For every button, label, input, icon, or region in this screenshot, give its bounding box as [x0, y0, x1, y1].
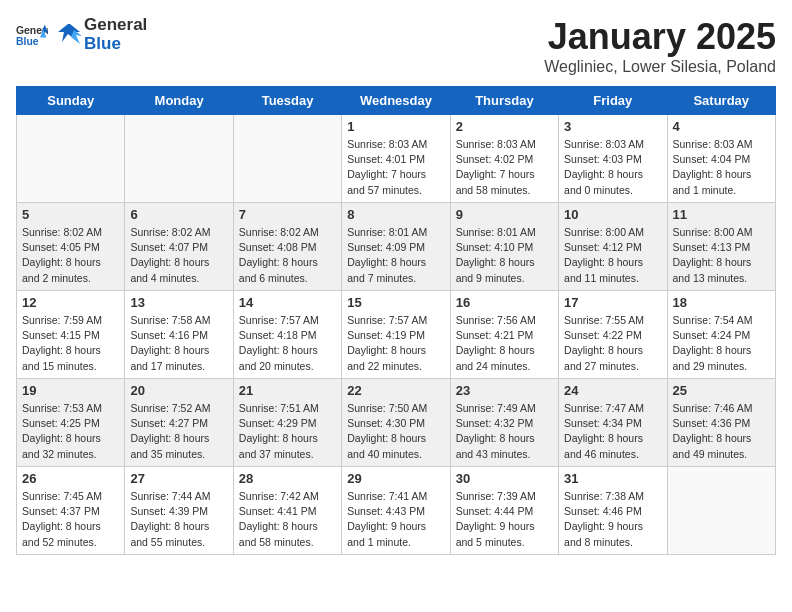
calendar-week-row: 1Sunrise: 8:03 AM Sunset: 4:01 PM Daylig… [17, 115, 776, 203]
calendar-header-row: SundayMondayTuesdayWednesdayThursdayFrid… [17, 87, 776, 115]
day-header-friday: Friday [559, 87, 667, 115]
calendar-week-row: 5Sunrise: 8:02 AM Sunset: 4:05 PM Daylig… [17, 203, 776, 291]
calendar-day-cell: 13Sunrise: 7:58 AM Sunset: 4:16 PM Dayli… [125, 291, 233, 379]
calendar-day-cell: 5Sunrise: 8:02 AM Sunset: 4:05 PM Daylig… [17, 203, 125, 291]
day-number: 27 [130, 471, 227, 486]
day-info: Sunrise: 7:53 AM Sunset: 4:25 PM Dayligh… [22, 401, 119, 462]
day-info: Sunrise: 8:02 AM Sunset: 4:05 PM Dayligh… [22, 225, 119, 286]
day-info: Sunrise: 7:38 AM Sunset: 4:46 PM Dayligh… [564, 489, 661, 550]
day-number: 26 [22, 471, 119, 486]
calendar-day-cell: 1Sunrise: 8:03 AM Sunset: 4:01 PM Daylig… [342, 115, 450, 203]
day-number: 7 [239, 207, 336, 222]
day-info: Sunrise: 7:54 AM Sunset: 4:24 PM Dayligh… [673, 313, 770, 374]
calendar-day-cell: 4Sunrise: 8:03 AM Sunset: 4:04 PM Daylig… [667, 115, 775, 203]
calendar-day-cell: 20Sunrise: 7:52 AM Sunset: 4:27 PM Dayli… [125, 379, 233, 467]
calendar-day-cell: 29Sunrise: 7:41 AM Sunset: 4:43 PM Dayli… [342, 467, 450, 555]
day-number: 17 [564, 295, 661, 310]
calendar-day-cell: 21Sunrise: 7:51 AM Sunset: 4:29 PM Dayli… [233, 379, 341, 467]
calendar-day-cell: 27Sunrise: 7:44 AM Sunset: 4:39 PM Dayli… [125, 467, 233, 555]
day-number: 18 [673, 295, 770, 310]
calendar-day-cell: 22Sunrise: 7:50 AM Sunset: 4:30 PM Dayli… [342, 379, 450, 467]
day-number: 10 [564, 207, 661, 222]
svg-text:Blue: Blue [16, 36, 39, 47]
day-info: Sunrise: 7:42 AM Sunset: 4:41 PM Dayligh… [239, 489, 336, 550]
day-number: 15 [347, 295, 444, 310]
day-info: Sunrise: 7:57 AM Sunset: 4:19 PM Dayligh… [347, 313, 444, 374]
day-header-saturday: Saturday [667, 87, 775, 115]
day-number: 8 [347, 207, 444, 222]
day-info: Sunrise: 8:01 AM Sunset: 4:10 PM Dayligh… [456, 225, 553, 286]
day-number: 2 [456, 119, 553, 134]
logo: General Blue General Blue [16, 16, 147, 53]
page-header: General Blue General Blue January 2025 W… [16, 16, 776, 76]
calendar-day-cell: 23Sunrise: 7:49 AM Sunset: 4:32 PM Dayli… [450, 379, 558, 467]
calendar-day-cell: 8Sunrise: 8:01 AM Sunset: 4:09 PM Daylig… [342, 203, 450, 291]
calendar-day-cell: 25Sunrise: 7:46 AM Sunset: 4:36 PM Dayli… [667, 379, 775, 467]
day-number: 21 [239, 383, 336, 398]
day-number: 11 [673, 207, 770, 222]
day-info: Sunrise: 7:50 AM Sunset: 4:30 PM Dayligh… [347, 401, 444, 462]
day-number: 6 [130, 207, 227, 222]
calendar-empty-cell [233, 115, 341, 203]
logo-general-text: General [84, 16, 147, 35]
calendar-day-cell: 11Sunrise: 8:00 AM Sunset: 4:13 PM Dayli… [667, 203, 775, 291]
day-info: Sunrise: 7:56 AM Sunset: 4:21 PM Dayligh… [456, 313, 553, 374]
calendar-empty-cell [125, 115, 233, 203]
calendar-day-cell: 28Sunrise: 7:42 AM Sunset: 4:41 PM Dayli… [233, 467, 341, 555]
calendar-title-area: January 2025 Wegliniec, Lower Silesia, P… [544, 16, 776, 76]
day-number: 1 [347, 119, 444, 134]
day-number: 20 [130, 383, 227, 398]
calendar-day-cell: 19Sunrise: 7:53 AM Sunset: 4:25 PM Dayli… [17, 379, 125, 467]
day-info: Sunrise: 7:47 AM Sunset: 4:34 PM Dayligh… [564, 401, 661, 462]
calendar-day-cell: 31Sunrise: 7:38 AM Sunset: 4:46 PM Dayli… [559, 467, 667, 555]
calendar-day-cell: 2Sunrise: 8:03 AM Sunset: 4:02 PM Daylig… [450, 115, 558, 203]
calendar-day-cell: 26Sunrise: 7:45 AM Sunset: 4:37 PM Dayli… [17, 467, 125, 555]
day-info: Sunrise: 7:51 AM Sunset: 4:29 PM Dayligh… [239, 401, 336, 462]
calendar-table: SundayMondayTuesdayWednesdayThursdayFrid… [16, 86, 776, 555]
day-info: Sunrise: 8:02 AM Sunset: 4:07 PM Dayligh… [130, 225, 227, 286]
day-number: 23 [456, 383, 553, 398]
day-number: 22 [347, 383, 444, 398]
day-info: Sunrise: 7:46 AM Sunset: 4:36 PM Dayligh… [673, 401, 770, 462]
calendar-day-cell: 17Sunrise: 7:55 AM Sunset: 4:22 PM Dayli… [559, 291, 667, 379]
day-number: 28 [239, 471, 336, 486]
logo-icon: General Blue [16, 21, 48, 49]
day-info: Sunrise: 8:03 AM Sunset: 4:02 PM Dayligh… [456, 137, 553, 198]
day-info: Sunrise: 8:03 AM Sunset: 4:04 PM Dayligh… [673, 137, 770, 198]
calendar-day-cell: 10Sunrise: 8:00 AM Sunset: 4:12 PM Dayli… [559, 203, 667, 291]
calendar-day-cell: 7Sunrise: 8:02 AM Sunset: 4:08 PM Daylig… [233, 203, 341, 291]
location-title: Wegliniec, Lower Silesia, Poland [544, 58, 776, 76]
day-number: 25 [673, 383, 770, 398]
calendar-day-cell: 24Sunrise: 7:47 AM Sunset: 4:34 PM Dayli… [559, 379, 667, 467]
calendar-week-row: 26Sunrise: 7:45 AM Sunset: 4:37 PM Dayli… [17, 467, 776, 555]
day-header-sunday: Sunday [17, 87, 125, 115]
day-info: Sunrise: 7:44 AM Sunset: 4:39 PM Dayligh… [130, 489, 227, 550]
day-info: Sunrise: 7:45 AM Sunset: 4:37 PM Dayligh… [22, 489, 119, 550]
day-number: 19 [22, 383, 119, 398]
calendar-day-cell: 30Sunrise: 7:39 AM Sunset: 4:44 PM Dayli… [450, 467, 558, 555]
day-number: 13 [130, 295, 227, 310]
logo-blue-text: Blue [84, 35, 147, 54]
day-number: 3 [564, 119, 661, 134]
calendar-day-cell: 18Sunrise: 7:54 AM Sunset: 4:24 PM Dayli… [667, 291, 775, 379]
calendar-week-row: 19Sunrise: 7:53 AM Sunset: 4:25 PM Dayli… [17, 379, 776, 467]
day-header-wednesday: Wednesday [342, 87, 450, 115]
calendar-empty-cell [667, 467, 775, 555]
calendar-day-cell: 14Sunrise: 7:57 AM Sunset: 4:18 PM Dayli… [233, 291, 341, 379]
calendar-day-cell: 9Sunrise: 8:01 AM Sunset: 4:10 PM Daylig… [450, 203, 558, 291]
day-header-thursday: Thursday [450, 87, 558, 115]
day-number: 14 [239, 295, 336, 310]
day-number: 5 [22, 207, 119, 222]
day-info: Sunrise: 7:41 AM Sunset: 4:43 PM Dayligh… [347, 489, 444, 550]
calendar-week-row: 12Sunrise: 7:59 AM Sunset: 4:15 PM Dayli… [17, 291, 776, 379]
day-info: Sunrise: 8:00 AM Sunset: 4:13 PM Dayligh… [673, 225, 770, 286]
day-info: Sunrise: 7:39 AM Sunset: 4:44 PM Dayligh… [456, 489, 553, 550]
day-info: Sunrise: 7:52 AM Sunset: 4:27 PM Dayligh… [130, 401, 227, 462]
month-title: January 2025 [544, 16, 776, 58]
day-number: 30 [456, 471, 553, 486]
day-info: Sunrise: 8:03 AM Sunset: 4:03 PM Dayligh… [564, 137, 661, 198]
day-info: Sunrise: 7:57 AM Sunset: 4:18 PM Dayligh… [239, 313, 336, 374]
day-number: 29 [347, 471, 444, 486]
day-info: Sunrise: 8:02 AM Sunset: 4:08 PM Dayligh… [239, 225, 336, 286]
day-info: Sunrise: 7:55 AM Sunset: 4:22 PM Dayligh… [564, 313, 661, 374]
